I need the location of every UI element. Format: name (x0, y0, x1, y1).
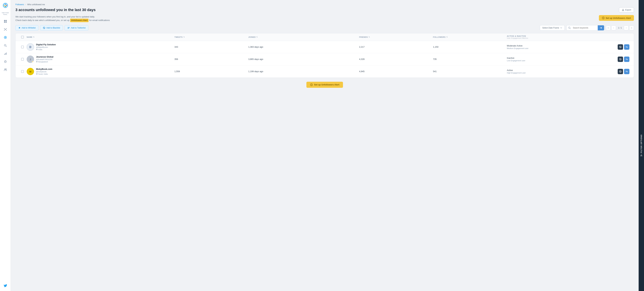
page-first-button[interactable]: « (606, 26, 611, 30)
th-engagement-sub: User Engagement Metrics (507, 37, 528, 39)
th-joined[interactable]: JOINED ⇅ (248, 35, 359, 39)
svg-point-4 (5, 4, 6, 5)
row2-name: Jeunesse Global (36, 56, 53, 58)
row2-engagement-status: Inactive (507, 57, 618, 59)
sidebar-item-reports[interactable] (2, 50, 9, 57)
filter-options-panel[interactable]: FILTER OPTIONS (639, 0, 644, 291)
row1-joined: 1,383 days ago (248, 46, 359, 48)
page-info: 1 / 1 (617, 27, 623, 29)
svg-line-15 (4, 29, 5, 29)
add-to-blacklist-button[interactable]: Add to Blacklist (40, 25, 63, 31)
info-text: We start tracking your followers when yo… (16, 15, 110, 22)
svg-rect-26 (6, 53, 6, 55)
add-to-whitelist-button[interactable]: Add to Whitelist (16, 25, 38, 31)
info-box: We start tracking your followers when yo… (16, 15, 634, 22)
row2-checkbox[interactable] (21, 58, 24, 61)
breadcrumb-parent[interactable]: Followers (16, 3, 24, 6)
row3-location: Surat, India (36, 73, 52, 75)
location-icon (36, 49, 38, 50)
bottom-cta-label: Set up Unfollowers Alert (314, 83, 339, 86)
search-box (566, 25, 604, 31)
breadcrumb-current: Who unfollowed me (27, 3, 45, 6)
th-followers-label: FOLLOWERS (433, 36, 446, 38)
row3-joined: 1,199 days ago (248, 70, 359, 73)
info-line2-post: for email notifications (89, 19, 110, 22)
svg-text:M: M (29, 70, 31, 73)
block-icon (619, 70, 622, 73)
page-prev-button[interactable]: ‹ (611, 26, 616, 30)
sidebar-item-cleanup[interactable] (2, 58, 9, 65)
row3-block-button[interactable] (618, 69, 623, 74)
setup-alert-label: Set up Unfollowers Alert (606, 17, 631, 19)
sidebar-item-analytics[interactable] (2, 34, 9, 41)
row1-location-text: India (38, 49, 42, 51)
info-link[interactable]: Unfollowers Alert (70, 19, 89, 22)
row1-actions (618, 44, 631, 50)
row3-location-text: Surat, India (38, 73, 48, 75)
sidebar-item-search[interactable] (2, 42, 9, 49)
row2-location-text: Bangladesh (38, 61, 48, 63)
info-line2: Check back daily to see who's unfollowed… (16, 19, 110, 22)
sort-tweets-icon: ⇅ (183, 36, 185, 38)
twitterlist-icon (68, 27, 70, 29)
page-last-button[interactable]: » (629, 26, 634, 30)
page-next-button[interactable]: › (624, 26, 628, 30)
row1-block-button[interactable] (618, 44, 623, 50)
row3-link-button[interactable] (624, 69, 630, 74)
sidebar-item-followers[interactable] (2, 66, 9, 73)
row2-user: J Jeunesse Global @ArafatR70632290 Bangl… (27, 56, 174, 63)
svg-rect-34 (68, 28, 69, 29)
th-followers[interactable]: FOLLOWERS ⇅ (433, 35, 507, 39)
svg-rect-32 (68, 27, 70, 28)
date-frame-select[interactable]: Select Date Frame (540, 25, 565, 31)
row1-tweets: 343 (174, 46, 248, 48)
row3-checkbox[interactable] (21, 70, 24, 73)
alert-clock-icon-bottom (310, 83, 313, 86)
svg-line-36 (570, 28, 570, 29)
search-button[interactable] (598, 25, 604, 30)
info-line2-pre: Check back daily to see who's unfollowed… (16, 19, 70, 22)
sort-followers-icon: ⇅ (446, 36, 448, 38)
th-name-label: NAME (27, 36, 32, 38)
filter-label: FILTER OPTIONS (640, 134, 642, 156)
svg-text:J: J (30, 58, 31, 61)
export-button[interactable]: Export (619, 8, 634, 13)
export-icon (622, 9, 624, 11)
app-name-label: TWITTER TOOL (0, 12, 10, 15)
row2-block-button[interactable] (618, 57, 623, 62)
row2-actions (618, 57, 631, 62)
setup-alert-button-top[interactable]: Set up Unfollowers Alert (599, 15, 634, 21)
svg-point-29 (6, 69, 6, 70)
row1-checkbox[interactable] (21, 46, 24, 48)
search-input[interactable] (571, 25, 598, 30)
sidebar-item-twitter[interactable] (2, 282, 9, 289)
row1-link-button[interactable] (624, 44, 630, 50)
th-tweets[interactable]: TWEETS ⇅ (174, 35, 248, 39)
th-active-inactive-label: ACTIVE & INACTIVE (507, 35, 526, 37)
th-name[interactable]: NAME ⇅ (27, 35, 174, 39)
row1-user: D Digital Fly Solution @digitalflysoin I… (27, 43, 174, 51)
row3-name: MobyBook.com (36, 68, 52, 70)
svg-point-43 (37, 61, 37, 62)
svg-rect-6 (4, 20, 5, 21)
svg-rect-25 (5, 53, 6, 55)
block-icon (619, 46, 622, 48)
setup-alert-button-bottom[interactable]: Set up Unfollowers Alert (306, 82, 343, 88)
select-all-checkbox[interactable] (21, 36, 24, 39)
sidebar-item-network[interactable] (2, 26, 9, 33)
add-to-twitterlist-button[interactable]: Add to Twitterlist (64, 25, 88, 31)
row3-checkbox-col (18, 70, 27, 73)
table-row: J Jeunesse Global @ArafatR70632290 Bangl… (16, 53, 634, 66)
location-icon (36, 61, 38, 63)
sidebar-item-dashboard[interactable] (2, 18, 9, 25)
row2-link-button[interactable] (624, 57, 630, 62)
table-header: NAME ⇅ TWEETS ⇅ JOINED ⇅ FRIENDS ⇅ FOLLO… (16, 33, 634, 41)
th-tweets-label: TWEETS (174, 36, 183, 38)
alert-clock-icon (602, 17, 604, 19)
th-friends[interactable]: FRIENDS ⇅ (359, 35, 433, 39)
row1-engagement: Moderate Active Medium Engagement user (507, 45, 618, 49)
link-icon (626, 58, 628, 60)
row3-actions (618, 69, 631, 74)
app-logo[interactable] (2, 2, 9, 10)
pagination: « ‹ 1 / 1 › » (606, 26, 634, 30)
